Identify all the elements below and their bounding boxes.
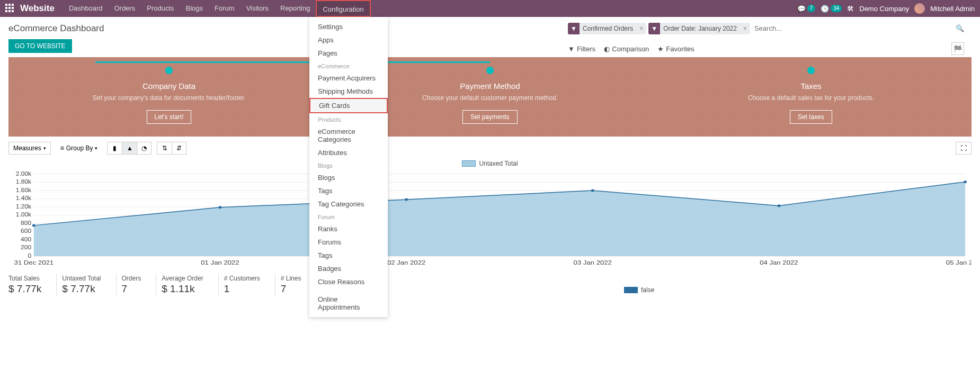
set-taxes-button[interactable]: Set taxes (790, 110, 832, 124)
search-input[interactable] (752, 22, 956, 34)
line-chart-icon: ▲ (127, 144, 133, 152)
dd-blogs[interactable]: Blogs (309, 171, 388, 184)
dd-attributes[interactable]: Attributes (309, 146, 388, 159)
measures-button[interactable]: Measures (8, 142, 51, 155)
nav-reporting[interactable]: Reporting (274, 0, 316, 17)
expand-button[interactable]: ⛶ (956, 142, 972, 155)
onboard-step-taxes: Taxes Choose a default sales tax for you… (691, 67, 932, 124)
wrench-icon[interactable]: 🛠 (847, 5, 854, 13)
bar-chart-button[interactable]: ▮ (107, 142, 122, 155)
nav-right: 💬 7 🕓 34 🛠 Demo Company Mitchell Admin (797, 3, 975, 14)
set-payments-button[interactable]: Set payments (462, 110, 517, 124)
dd-tags-blogs[interactable]: Tags (309, 184, 388, 197)
app-brand[interactable]: Website (20, 3, 55, 14)
svg-text:05 Jan 2022: 05 Jan 2022 (946, 259, 972, 266)
nav-orders[interactable]: Orders (108, 0, 141, 17)
svg-text:600: 600 (21, 228, 31, 234)
svg-text:02 Jan 2022: 02 Jan 2022 (387, 259, 426, 266)
gauge-icon: 🏁 (954, 45, 962, 53)
dd-forums[interactable]: Forums (309, 236, 388, 249)
bar-chart-icon: ▮ (113, 144, 117, 152)
kpi-customers: # Customers 1 (218, 274, 275, 296)
dd-tags-forum[interactable]: Tags (309, 249, 388, 262)
legend-swatch (462, 160, 476, 167)
area-chart: 02004006008001.00k1.20k1.40k1.60k1.80k2.… (8, 171, 972, 267)
company-name[interactable]: Demo Company (859, 5, 909, 13)
kpi-orders: Orders 7 (116, 274, 156, 296)
dd-gift-cards[interactable]: Gift Cards (309, 98, 388, 113)
svg-text:800: 800 (21, 220, 31, 226)
groupby-button[interactable]: ≡ Group By (56, 142, 102, 154)
nav-configuration[interactable]: Configuration (316, 0, 370, 17)
lets-start-button[interactable]: Let's start! (147, 110, 192, 124)
svg-text:400: 400 (21, 237, 31, 242)
svg-point-22 (32, 224, 35, 227)
dd-payment-acquirers[interactable]: Payment Acquirers (309, 71, 388, 85)
facet-confirmed-orders[interactable]: ▼ Confirmed Orders × (568, 23, 646, 34)
activities-indicator[interactable]: 🕓 34 (821, 5, 842, 13)
kpi-row: Total Sales $ 7.77k Untaxed Total $ 7.77… (0, 268, 980, 304)
step-dot-icon (486, 67, 494, 74)
svg-point-24 (405, 198, 408, 201)
dd-online-appointments[interactable]: Online Appointments (309, 293, 388, 304)
sort-asc-icon: ⇵ (176, 144, 182, 152)
nav-blogs[interactable]: Blogs (180, 0, 209, 17)
svg-text:0: 0 (28, 253, 31, 259)
dd-settings[interactable]: Settings (309, 20, 388, 33)
nav-dashboard[interactable]: Dashboard (63, 0, 109, 17)
activities-badge: 34 (831, 5, 842, 12)
facet-remove[interactable]: × (636, 25, 646, 32)
dd-ranks[interactable]: Ranks (309, 222, 388, 236)
dd-section-ecommerce: eCommerce (309, 60, 388, 71)
search-icon[interactable]: 🔍 (956, 24, 964, 32)
onboard-step-payment: Payment Method Choose your default custo… (370, 67, 611, 124)
filter-icon: ▼ (568, 23, 580, 34)
nav-forum[interactable]: Forum (209, 0, 240, 17)
sort-desc-icon: ⇅ (162, 144, 167, 152)
facet-remove[interactable]: × (740, 25, 750, 32)
chat-icon: 💬 (797, 5, 806, 13)
facet-order-date[interactable]: ▼ Order Date: January 2022 × (648, 23, 750, 34)
dashboard-view-button[interactable]: 🏁 (951, 42, 964, 55)
kpi-untaxed-total: Untaxed Total $ 7.77k (56, 274, 115, 296)
nav-menu: Dashboard Orders Products Blogs Forum Vi… (63, 0, 371, 17)
svg-text:200: 200 (21, 245, 31, 250)
dd-shipping-methods[interactable]: Shipping Methods (309, 85, 388, 98)
pie-chart-button[interactable]: ◔ (137, 142, 152, 155)
legend-swatch (624, 287, 638, 293)
favorites-button[interactable]: ★Favorites (657, 45, 694, 53)
filter-row: ▼Filters ◐Comparison ★Favorites 🏁 (559, 38, 973, 59)
star-icon: ★ (657, 45, 664, 53)
groupby-icon: ≡ (60, 144, 64, 152)
svg-point-25 (591, 189, 594, 192)
svg-text:01 Jan 2022: 01 Jan 2022 (201, 259, 239, 266)
svg-text:1.60k: 1.60k (16, 187, 32, 193)
dd-tag-categories[interactable]: Tag Categories (309, 197, 388, 211)
funnel-icon: ▼ (568, 45, 575, 53)
comparison-button[interactable]: ◐Comparison (604, 45, 649, 53)
nav-products[interactable]: Products (141, 0, 180, 17)
line-chart-button[interactable]: ▲ (122, 142, 137, 155)
apps-icon[interactable] (5, 4, 15, 13)
messages-indicator[interactable]: 💬 7 (797, 5, 816, 13)
filters-button[interactable]: ▼Filters (568, 45, 595, 53)
search-row: ▼ Confirmed Orders × ▼ Order Date: Janua… (559, 22, 973, 34)
dd-pages[interactable]: Pages (309, 47, 388, 60)
svg-point-27 (964, 180, 967, 183)
dd-ecommerce-categories[interactable]: eCommerce Categories (309, 125, 388, 146)
chart-container: Untaxed Total 02004006008001.00k1.20k1.4… (0, 160, 980, 268)
sort-desc-button[interactable]: ⇅ (157, 142, 172, 155)
user-name[interactable]: Mitchell Admin (930, 5, 975, 13)
clock-icon: 🕓 (821, 5, 829, 13)
sort-asc-button[interactable]: ⇵ (172, 142, 186, 155)
nav-visitors[interactable]: Visitors (240, 0, 274, 17)
user-avatar[interactable] (914, 3, 925, 14)
chart-type-switcher: ▮ ▲ ◔ (107, 142, 152, 155)
dd-close-reasons[interactable]: Close Reasons (309, 275, 388, 288)
svg-text:1.80k: 1.80k (16, 179, 32, 185)
dd-badges[interactable]: Badges (309, 262, 388, 275)
go-to-website-button[interactable]: GO TO WEBSITE (8, 39, 72, 53)
legend-label: Untaxed Total (479, 160, 518, 167)
dd-apps[interactable]: Apps (309, 33, 388, 47)
svg-text:04 Jan 2022: 04 Jan 2022 (760, 259, 798, 266)
